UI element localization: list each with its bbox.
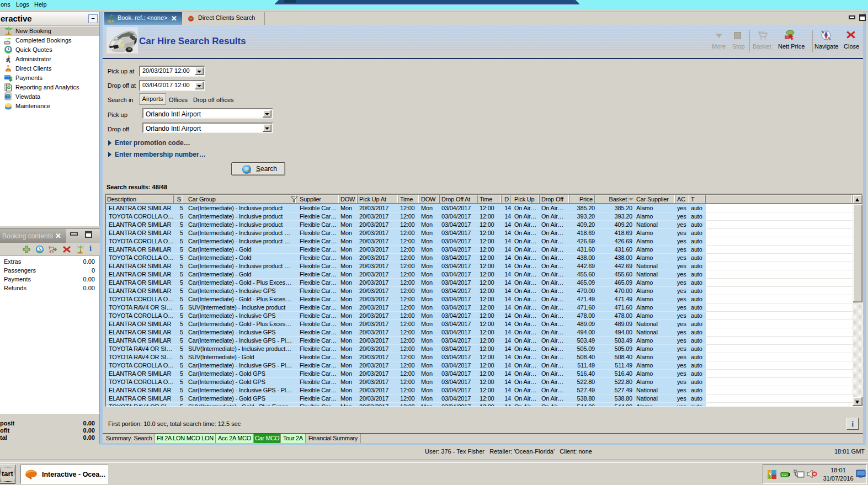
svg-text:$: $ — [9, 76, 12, 82]
